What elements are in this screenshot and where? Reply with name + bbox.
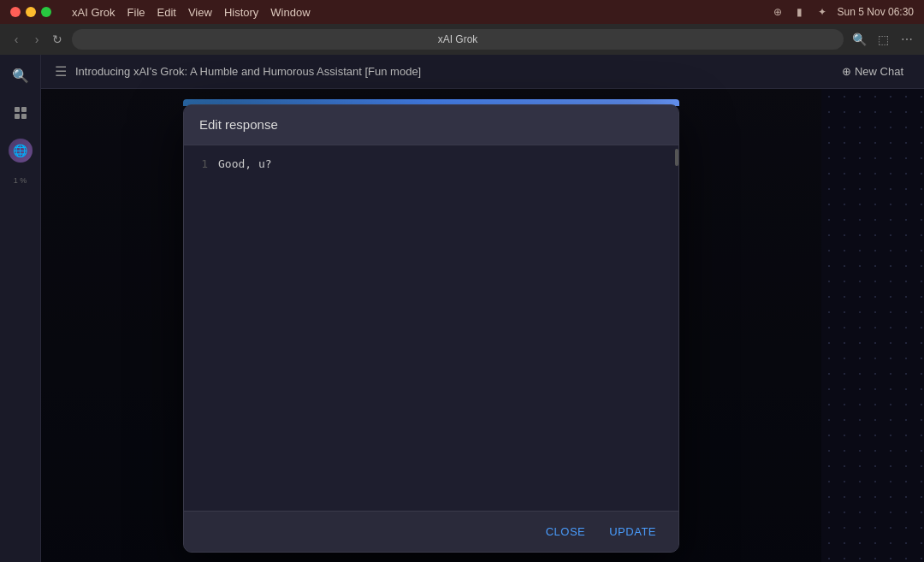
- browser-bar: ‹ › ↻ xAI Grok 🔍 ⬚ ⋯: [0, 24, 924, 55]
- scrollbar-thumb[interactable]: [675, 149, 678, 166]
- refresh-button[interactable]: ↻: [50, 32, 65, 47]
- grid-icon[interactable]: [9, 101, 33, 125]
- modal-footer: CLOSE UPDATE: [184, 511, 678, 552]
- extensions-icon[interactable]: ⬚: [874, 31, 891, 48]
- modal-title: Edit response: [199, 117, 278, 132]
- app-menu-name: xAI Grok: [72, 6, 116, 19]
- hamburger-icon[interactable]: ☰: [55, 63, 67, 80]
- dot-pattern-bg: [821, 89, 924, 562]
- svg-rect-0: [15, 107, 20, 112]
- menu-bar: xAI Grok File Edit View History Window: [72, 6, 311, 19]
- titlebar-right: ⊕ ▮ ✦ Sun 5 Nov 06:30: [771, 5, 914, 19]
- browser-navigation: ‹ › ↻: [9, 32, 65, 47]
- user-avatar[interactable]: 🌐: [9, 139, 33, 163]
- new-chat-plus-icon: ⊕: [842, 65, 851, 78]
- topbar-right: ⊕ New Chat: [835, 62, 910, 81]
- menu-window[interactable]: Window: [270, 6, 310, 19]
- battery-icon: ▮: [793, 5, 807, 19]
- modal-header: Edit response: [184, 105, 678, 145]
- browser-actions: 🔍 ⬚ ⋯: [850, 31, 915, 48]
- titlebar: xAI Grok File Edit View History Window ⊕…: [0, 0, 924, 24]
- modal-wrapper: Edit response 1 Good, u?: [183, 99, 679, 553]
- new-chat-label: New Chat: [855, 65, 903, 78]
- traffic-lights: [10, 7, 51, 17]
- code-editor: 1 Good, u?: [184, 145, 678, 511]
- zoom-out-icon[interactable]: 🔍: [850, 31, 868, 48]
- line-numbers: 1: [191, 156, 218, 500]
- svg-rect-2: [15, 114, 20, 119]
- sidebar-percent: 1 %: [14, 176, 27, 185]
- topbar-left: ☰ Introducing xAI's Grok: A Humble and H…: [55, 63, 421, 80]
- modal-overlay: Edit response 1 Good, u?: [41, 89, 821, 562]
- chat-area: Edit response 1 Good, u?: [41, 89, 821, 562]
- wifi-icon: ⊕: [771, 5, 785, 19]
- content-area: Edit response 1 Good, u?: [41, 89, 924, 562]
- menu-edit[interactable]: Edit: [157, 6, 176, 19]
- forward-button[interactable]: ›: [29, 32, 44, 47]
- menu-history[interactable]: History: [224, 6, 258, 19]
- url-bar[interactable]: xAI Grok: [72, 29, 844, 50]
- back-button[interactable]: ‹: [9, 32, 24, 47]
- edit-response-modal: Edit response 1 Good, u?: [183, 104, 679, 553]
- update-button[interactable]: UPDATE: [602, 522, 663, 541]
- menu-file[interactable]: File: [127, 6, 145, 19]
- new-chat-button[interactable]: ⊕ New Chat: [835, 62, 910, 81]
- editor-textarea[interactable]: Good, u?: [218, 156, 672, 498]
- close-button[interactable]: CLOSE: [539, 522, 593, 541]
- modal-body: 1 Good, u?: [184, 145, 678, 511]
- sidebar: 🔍 🌐 1 %: [0, 55, 41, 562]
- url-text: xAI Grok: [438, 33, 478, 45]
- line-number-1: 1: [191, 156, 208, 174]
- editor-content[interactable]: Good, u?: [218, 156, 672, 500]
- right-panel: [821, 89, 924, 562]
- page-title: Introducing xAI's Grok: A Humble and Hum…: [75, 65, 421, 78]
- app-container: 🔍 🌐 1 % ☰ Introducing xAI's Grok: A Humb…: [0, 55, 924, 562]
- search-icon[interactable]: 🔍: [9, 63, 33, 87]
- app-topbar: ☰ Introducing xAI's Grok: A Humble and H…: [41, 55, 924, 89]
- bluetooth-icon: ✦: [815, 5, 829, 19]
- close-window-button[interactable]: [10, 7, 21, 17]
- menu-view[interactable]: View: [188, 6, 212, 19]
- svg-rect-3: [21, 114, 27, 119]
- svg-rect-1: [21, 107, 27, 112]
- maximize-window-button[interactable]: [41, 7, 51, 17]
- titlebar-left: xAI Grok File Edit View History Window: [10, 6, 311, 19]
- main-area: ☰ Introducing xAI's Grok: A Humble and H…: [41, 55, 924, 562]
- minimize-window-button[interactable]: [26, 7, 36, 17]
- system-time: Sun 5 Nov 06:30: [838, 6, 914, 18]
- more-options-icon[interactable]: ⋯: [898, 31, 915, 48]
- scrollbar[interactable]: [672, 145, 678, 511]
